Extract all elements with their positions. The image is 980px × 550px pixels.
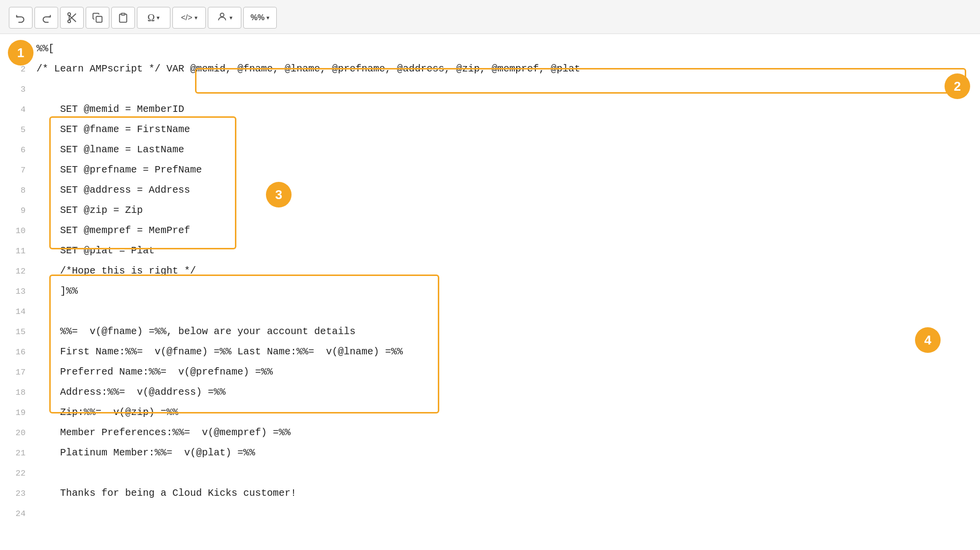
line-content-1: %%[ <box>34 39 980 59</box>
code-line-6: 6 SET @lname = LastName <box>0 140 980 160</box>
percent-button[interactable]: %% ▾ <box>243 7 277 29</box>
code-line-5: 5 SET @fname = FirstName <box>0 120 980 140</box>
line-num-23: 23 <box>0 484 34 504</box>
line-content-18: Address:%%= v(@address) =%% <box>34 382 980 402</box>
code-line-11: 11 SET @plat = Plat <box>0 241 980 261</box>
code-line-13: 13 ]%% <box>0 281 980 302</box>
line-num-16: 16 <box>0 343 34 362</box>
line-num-15: 15 <box>0 322 34 342</box>
code-line-3: 3 <box>0 79 980 100</box>
line-content-4: SET @memid = MemberID <box>34 100 980 119</box>
omega-chevron-icon: ▾ <box>157 14 160 21</box>
code-line-12: 12 /*Hope this is right */ <box>0 261 980 281</box>
code-line-23: 23 Thanks for being a Cloud Kicks custom… <box>0 483 980 504</box>
line-num-24: 24 <box>0 504 34 524</box>
line-num-5: 5 <box>0 120 34 140</box>
cut-button[interactable] <box>60 7 84 29</box>
person-icon <box>217 11 228 24</box>
code-line-24: 24 <box>0 504 980 524</box>
line-content-16: First Name:%%= v(@fname) =%% Last Name:%… <box>34 342 980 362</box>
code-line-15: 15 %%= v(@fname) =%%, below are your acc… <box>0 322 980 342</box>
line-content-8: SET @address = Address <box>34 180 980 200</box>
line-content-13: ]%% <box>34 281 980 301</box>
line-content-15: %%= v(@fname) =%%, below are your accoun… <box>34 322 980 342</box>
line-num-6: 6 <box>0 140 34 160</box>
line-content-7: SET @prefname = PrefName <box>34 160 980 180</box>
line-num-11: 11 <box>0 241 34 261</box>
line-num-22: 22 <box>0 464 34 483</box>
annotation-badge-2: 2 <box>945 73 970 99</box>
line-content-6: SET @lname = LastName <box>34 140 980 160</box>
toolbar: Ω ▾ </> ▾ ▾ %% ▾ <box>0 0 980 34</box>
svg-rect-6 <box>121 13 125 15</box>
line-content-24 <box>34 504 980 523</box>
svg-point-7 <box>220 13 224 17</box>
code-line-4: 4 SET @memid = MemberID <box>0 100 980 120</box>
annotation-badge-4: 4 <box>915 327 941 353</box>
code-line-19: 19 Zip:%%= v(@zip) =%% <box>0 403 980 423</box>
line-content-9: SET @zip = Zip <box>34 201 980 220</box>
line-content-23: Thanks for being a Cloud Kicks customer! <box>34 483 980 503</box>
code-line-2: 2 /* Learn AMPscript */ VAR @memid, @fna… <box>0 59 980 79</box>
line-content-17: Preferred Name:%%= v(@prefname) =%% <box>34 362 980 382</box>
code-line-14: 14 <box>0 302 980 322</box>
line-content-19: Zip:%%= v(@zip) =%% <box>34 403 980 422</box>
code-line-22: 22 <box>0 463 980 483</box>
code-line-18: 18 Address:%%= v(@address) =%% <box>0 382 980 403</box>
line-content-2: /* Learn AMPscript */ VAR @memid, @fname… <box>34 59 980 79</box>
omega-button[interactable]: Ω ▾ <box>137 7 170 29</box>
svg-point-0 <box>68 20 71 23</box>
code-line-10: 10 SET @mempref = MemPref <box>0 221 980 241</box>
line-content-11: SET @plat = Plat <box>34 241 980 261</box>
line-num-21: 21 <box>0 444 34 463</box>
person-chevron-icon: ▾ <box>229 14 232 21</box>
line-num-19: 19 <box>0 403 34 423</box>
line-content-21: Platinum Member:%%= v(@plat) =%% <box>34 443 980 463</box>
omega-icon: Ω <box>148 12 155 24</box>
percent-chevron-icon: ▾ <box>266 14 269 21</box>
svg-rect-5 <box>96 16 102 22</box>
line-num-12: 12 <box>0 262 34 281</box>
line-num-9: 9 <box>0 201 34 221</box>
line-num-17: 17 <box>0 363 34 382</box>
person-button[interactable]: ▾ <box>208 7 241 29</box>
undo-button[interactable] <box>9 7 33 29</box>
line-content-10: SET @mempref = MemPref <box>34 221 980 241</box>
line-num-8: 8 <box>0 181 34 201</box>
line-num-10: 10 <box>0 221 34 241</box>
line-num-13: 13 <box>0 282 34 302</box>
code-button[interactable]: </> ▾ <box>172 7 206 29</box>
code-chevron-icon: ▾ <box>195 14 197 21</box>
line-num-14: 14 <box>0 302 34 322</box>
copy-button[interactable] <box>86 7 109 29</box>
line-num-3: 3 <box>0 80 34 100</box>
line-content-12: /*Hope this is right */ <box>34 261 980 281</box>
line-num-18: 18 <box>0 383 34 403</box>
code-line-1: 1 %%[ <box>0 39 980 59</box>
line-content-3 <box>34 79 980 99</box>
editor-wrapper: 1 2 3 4 1 %%[ 2 /* Learn AMPscript */ VA… <box>0 34 980 529</box>
line-content-20: Member Preferences:%%= v(@mempref) =%% <box>34 423 980 443</box>
code-icon: </> <box>181 13 192 22</box>
line-num-7: 7 <box>0 161 34 180</box>
redo-button[interactable] <box>34 7 58 29</box>
percent-icon: %% <box>251 13 264 22</box>
svg-point-1 <box>68 13 71 16</box>
line-content-22 <box>34 463 980 483</box>
line-content-14 <box>34 302 980 321</box>
code-line-16: 16 First Name:%%= v(@fname) =%% Last Nam… <box>0 342 980 362</box>
line-num-4: 4 <box>0 100 34 120</box>
annotation-badge-3: 3 <box>266 182 292 207</box>
code-line-20: 20 Member Preferences:%%= v(@mempref) =%… <box>0 423 980 443</box>
code-line-8: 8 SET @address = Address <box>0 180 980 201</box>
code-line-9: 9 SET @zip = Zip <box>0 201 980 221</box>
line-content-5: SET @fname = FirstName <box>34 120 980 139</box>
code-line-17: 17 Preferred Name:%%= v(@prefname) =%% <box>0 362 980 382</box>
line-num-20: 20 <box>0 423 34 443</box>
code-area[interactable]: 1 %%[ 2 /* Learn AMPscript */ VAR @memid… <box>0 34 980 529</box>
paste-button[interactable] <box>111 7 135 29</box>
code-line-21: 21 Platinum Member:%%= v(@plat) =%% <box>0 443 980 463</box>
annotation-badge-1: 1 <box>8 40 33 66</box>
code-line-7: 7 SET @prefname = PrefName <box>0 160 980 180</box>
